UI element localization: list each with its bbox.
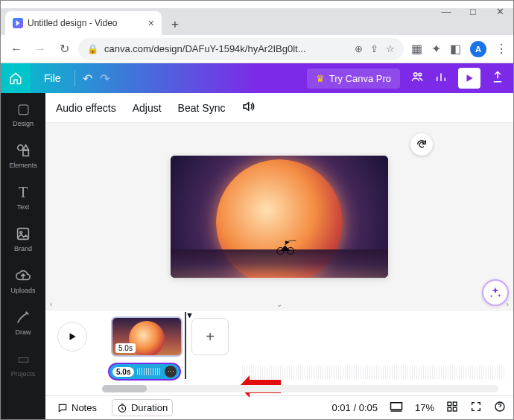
analytics-icon[interactable] [434,70,448,86]
audio-effects-button[interactable]: Audio effects [56,102,116,114]
duration-label: Duration [131,402,168,413]
scroll-collapse-caret-icon[interactable]: ⌄ [276,300,282,308]
template-icon: ▢ [15,101,31,117]
sidebar-item-elements[interactable]: Elements [1,135,45,176]
regenerate-button[interactable] [410,133,433,156]
sidebar-label: Text [17,203,30,211]
pages-view-icon[interactable] [390,401,403,414]
audio-clip[interactable]: 5.0s ⋯ [108,363,181,381]
scroll-right-caret-icon[interactable]: › [507,300,509,308]
extension-qr-icon[interactable]: ▦ [411,42,422,56]
try-canva-pro-button[interactable]: ♛ Try Canva Pro [307,69,400,89]
zoom-level[interactable]: 17% [415,402,434,413]
svg-rect-12 [448,407,451,411]
sidebar-label: Elements [9,162,37,169]
redo-icon[interactable]: ↷ [100,71,110,86]
svg-rect-4 [18,229,29,240]
sidebar-item-draw[interactable]: Draw [1,302,45,343]
playback-time: 0:01 / 0:05 [332,402,378,413]
nav-reload-icon[interactable]: ↻ [54,39,74,59]
grid-view-icon[interactable] [446,401,458,415]
beat-sync-button[interactable]: Beat Sync [178,102,226,114]
shapes-icon [15,142,31,159]
tab-close-icon[interactable]: × [148,17,154,29]
timeline-scrollbar[interactable] [102,385,498,392]
sidebar-item-design[interactable]: ▢ Design [1,93,45,135]
scroll-left-caret-icon[interactable]: ‹ [50,300,52,308]
url-text: canva.com/design/DAFuY-1594k/hyAr2IBg0lt… [104,43,306,54]
search-in-page-icon[interactable]: ⊕ [355,43,363,54]
try-pro-label: Try Canva Pro [329,73,391,84]
window-maximize-icon[interactable]: □ [468,6,478,16]
canvas-viewport[interactable]: ‹ ⌄ › [45,123,513,310]
crown-icon: ♛ [316,73,325,84]
svg-rect-11 [453,402,457,406]
duration-button[interactable]: Duration [112,399,173,416]
window-close-icon[interactable]: ✕ [495,6,505,16]
svg-rect-3 [23,150,28,156]
audio-more-icon[interactable]: ⋯ [165,366,177,378]
present-play-button[interactable] [458,68,480,89]
cloud-upload-icon [15,267,31,284]
svg-point-2 [18,145,23,150]
nav-back-icon[interactable]: ← [7,39,26,59]
browser-tabstrip: Untitled design - Video × + [1,8,513,35]
undo-icon[interactable]: ↶ [83,71,92,86]
waveform-icon [137,368,162,375]
window-minimize-icon[interactable]: — [441,6,451,16]
sidebar-item-projects[interactable]: ▭ Projects [1,343,45,385]
magic-sparkle-button[interactable] [482,279,509,306]
tab-title: Untitled design - Video [28,18,118,28]
timeline-panel: ▼ 5.0s + 5.0s ⋯ [45,310,513,395]
video-clip-thumbnail[interactable]: 5.0s [111,316,183,357]
browser-tab[interactable]: Untitled design - Video × [5,11,162,35]
sidebar-label: Projects [11,370,36,378]
address-bar[interactable]: 🔒 canva.com/design/DAFuY-1594k/hyAr2IBg0… [78,38,404,60]
svg-rect-13 [453,407,457,411]
brand-icon [15,226,31,242]
home-button[interactable] [1,63,31,93]
browser-toolbar: ← → ↻ 🔒 canva.com/design/DAFuY-1594k/hyA… [1,35,513,63]
timeline-play-button[interactable] [57,322,87,351]
sidepanel-icon[interactable]: ◧ [450,42,461,56]
volume-icon[interactable] [241,100,255,115]
fullscreen-icon[interactable] [470,401,482,415]
canva-favicon-icon [13,18,23,28]
sidebar-label: Draw [15,328,31,336]
design-frame[interactable] [171,156,388,278]
add-page-button[interactable]: + [191,318,229,355]
text-icon: T [15,184,31,200]
file-menu[interactable]: File [31,72,74,84]
sidebar-item-text[interactable]: T Text [1,176,45,218]
playhead-line[interactable] [185,312,186,379]
window-titlebar [1,1,513,8]
svg-point-1 [419,73,422,76]
draw-pencil-icon [15,309,31,325]
svg-point-5 [20,232,22,234]
share-icon[interactable]: ⇪ [370,43,378,54]
help-icon[interactable] [494,401,506,415]
new-tab-button[interactable]: + [165,14,185,35]
audio-duration-badge: 5.0s [112,367,134,377]
sidebar-item-uploads[interactable]: Uploads [1,260,45,302]
sidebar-label: Design [13,120,34,127]
nav-forward-icon[interactable]: → [31,39,50,59]
svg-point-0 [414,73,418,77]
bookmark-star-icon[interactable]: ☆ [386,43,395,54]
sidebar-item-brand[interactable]: Brand [1,218,45,260]
sidebar-label: Uploads [10,287,35,294]
share-export-icon[interactable] [491,70,504,86]
sidebar-label: Brand [14,245,32,252]
bottom-bar: Notes Duration 0:01 / 0:05 17% [45,395,513,419]
extensions-puzzle-icon[interactable]: ✦ [431,42,441,56]
people-icon[interactable] [410,70,424,86]
left-sidebar: ▢ Design Elements T Text Brand Uploads [1,93,45,419]
lock-icon: 🔒 [87,44,98,54]
profile-avatar[interactable]: A [470,41,486,57]
folder-icon: ▭ [15,351,31,367]
audio-waveform-background [242,366,506,379]
notes-button[interactable]: Notes [53,400,101,416]
notes-label: Notes [72,402,97,413]
browser-menu-icon[interactable]: ⋮ [495,42,507,56]
audio-adjust-button[interactable]: Adjust [133,102,162,114]
